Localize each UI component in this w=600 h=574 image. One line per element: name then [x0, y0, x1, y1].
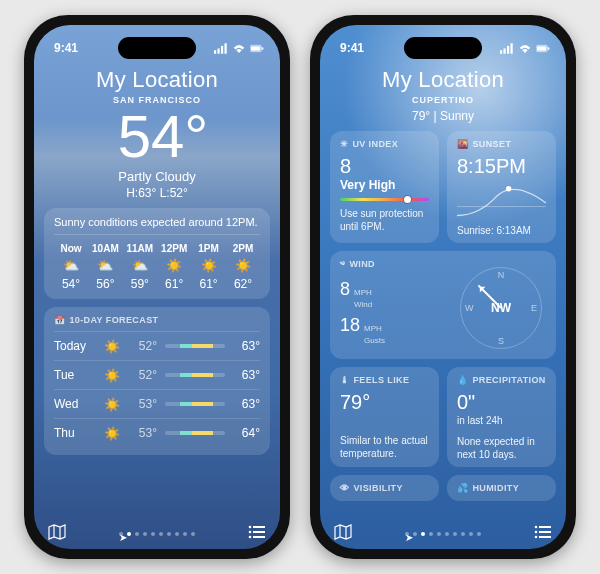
map-button[interactable]	[48, 524, 66, 543]
temp-range-bar	[165, 431, 225, 435]
svg-rect-13	[500, 50, 502, 54]
svg-point-22	[535, 526, 538, 529]
dynamic-island	[118, 37, 196, 59]
svg-point-21	[506, 186, 511, 191]
hourly-item: 10AM⛅56°	[88, 243, 122, 291]
svg-point-11	[249, 536, 252, 539]
daily-row[interactable]: Today☀️52°63°	[54, 331, 260, 360]
thermometer-icon: 🌡	[340, 375, 349, 385]
page-dots[interactable]: ➤	[405, 532, 481, 536]
hourly-card[interactable]: Sunny conditions expected around 12PM. N…	[44, 208, 270, 299]
eye-icon: 👁	[340, 483, 349, 493]
svg-rect-16	[511, 43, 513, 54]
current-condition: Partly Cloudy	[34, 169, 280, 184]
daily-header: 📅 10-DAY FORECAST	[54, 315, 260, 325]
location-arrow-icon: ➤	[405, 532, 409, 536]
precip-sub: in last 24h	[457, 414, 546, 427]
svg-rect-14	[504, 48, 506, 53]
sun-curve	[457, 182, 546, 224]
svg-rect-8	[253, 526, 265, 528]
svg-rect-27	[539, 536, 551, 538]
location-subtitle: CUPERTINO	[320, 95, 566, 105]
svg-point-9	[249, 531, 252, 534]
bottom-bar: ➤	[320, 524, 566, 543]
hourly-strip[interactable]: Now⛅54° 10AM⛅56° 11AM⛅59° 12PM☀️61° 1PM☀…	[54, 243, 260, 291]
weather-header: My Location CUPERTINO 79° | Sunny	[320, 67, 566, 123]
hourly-summary: Sunny conditions expected around 12PM.	[54, 216, 260, 235]
wifi-icon	[232, 43, 246, 54]
calendar-icon: 📅	[54, 315, 65, 325]
status-time: 9:41	[340, 41, 364, 55]
hourly-item: 2PM☀️62°	[226, 243, 260, 291]
list-button[interactable]	[534, 525, 552, 542]
temp-range-bar	[165, 402, 225, 406]
humidity-card[interactable]: 💦HUMIDITY	[447, 475, 556, 501]
wind-numbers: 8MPHWind 18MPHGusts	[340, 279, 385, 351]
sunset-icon: 🌇	[457, 139, 468, 149]
page-dots[interactable]: ➤	[119, 532, 195, 536]
svg-rect-18	[537, 46, 547, 50]
wifi-icon	[518, 43, 532, 54]
cellular-icon	[500, 43, 514, 54]
iphone-frame-left: 9:41 My Location SAN FRANCISCO 54° Partl…	[24, 15, 290, 559]
droplet-icon: 💧	[457, 375, 468, 385]
sunset-time: 8:15PM	[457, 155, 546, 178]
uv-index-card[interactable]: ☀UV INDEX 8 Very High Use sun protection…	[330, 131, 439, 243]
hourly-item: Now⛅54°	[54, 243, 88, 291]
cellular-icon	[214, 43, 228, 54]
feels-like-value: 79°	[340, 391, 429, 414]
svg-point-26	[535, 536, 538, 539]
battery-icon	[536, 43, 550, 54]
sun-icon: ☀	[340, 139, 348, 149]
dynamic-island	[404, 37, 482, 59]
precipitation-card[interactable]: 💧PRECIPITATION 0" in last 24h None expec…	[447, 367, 556, 467]
wind-card[interactable]: ༄WIND 8MPHWind 18MPHGusts N S E W NW	[330, 251, 556, 359]
feels-like-note: Similar to the actual temperature.	[340, 434, 429, 460]
svg-rect-3	[225, 43, 227, 54]
svg-rect-0	[214, 50, 216, 54]
daily-row[interactable]: Thu☀️53°64°	[54, 418, 260, 447]
visibility-card[interactable]: 👁VISIBILITY	[330, 475, 439, 501]
daily-row[interactable]: Tue☀️52°63°	[54, 360, 260, 389]
svg-rect-12	[253, 536, 265, 538]
hourly-item: 12PM☀️61°	[157, 243, 191, 291]
uv-note: Use sun protection until 6PM.	[340, 207, 429, 233]
location-title: My Location	[320, 67, 566, 93]
daily-row[interactable]: Wed☀️53°63°	[54, 389, 260, 418]
bottom-bar: ➤	[34, 524, 280, 543]
precip-value: 0"	[457, 391, 546, 414]
location-title: My Location	[34, 67, 280, 93]
compass-arrow-icon	[478, 285, 502, 309]
wind-compass: N S E W NW	[460, 267, 542, 349]
temp-and-condition: 79° | Sunny	[320, 109, 566, 123]
hourly-item: 11AM⛅59°	[123, 243, 157, 291]
svg-rect-23	[539, 526, 551, 528]
temp-range-bar	[165, 344, 225, 348]
svg-rect-2	[221, 45, 223, 53]
hi-lo: H:63° L:52°	[34, 186, 280, 200]
svg-rect-5	[251, 46, 261, 50]
battery-icon	[250, 43, 264, 54]
svg-rect-6	[262, 47, 263, 50]
map-button[interactable]	[334, 524, 352, 543]
svg-rect-19	[548, 47, 549, 50]
wind-icon: ༄	[340, 259, 345, 269]
daily-forecast-card[interactable]: 📅 10-DAY FORECAST Today☀️52°63° Tue☀️52°…	[44, 307, 270, 455]
weather-header: My Location SAN FRANCISCO 54° Partly Clo…	[34, 67, 280, 200]
svg-point-7	[249, 526, 252, 529]
sunset-card[interactable]: 🌇SUNSET 8:15PM Sunrise: 6:13AM	[447, 131, 556, 243]
feels-like-card[interactable]: 🌡FEELS LIKE 79° Similar to the actual te…	[330, 367, 439, 467]
iphone-frame-right: 9:41 My Location CUPERTINO 79° | Sunny ☀…	[310, 15, 576, 559]
hourly-item: 1PM☀️61°	[192, 243, 226, 291]
status-icons	[214, 43, 264, 54]
temp-range-bar	[165, 373, 225, 377]
list-button[interactable]	[248, 525, 266, 542]
weather-screen-right: 9:41 My Location CUPERTINO 79° | Sunny ☀…	[320, 25, 566, 549]
svg-point-24	[535, 531, 538, 534]
weather-screen-left: 9:41 My Location SAN FRANCISCO 54° Partl…	[34, 25, 280, 549]
uv-value: 8	[340, 155, 429, 178]
location-arrow-icon: ➤	[119, 532, 123, 536]
status-icons	[500, 43, 550, 54]
svg-rect-1	[218, 48, 220, 53]
uv-level: Very High	[340, 178, 429, 192]
